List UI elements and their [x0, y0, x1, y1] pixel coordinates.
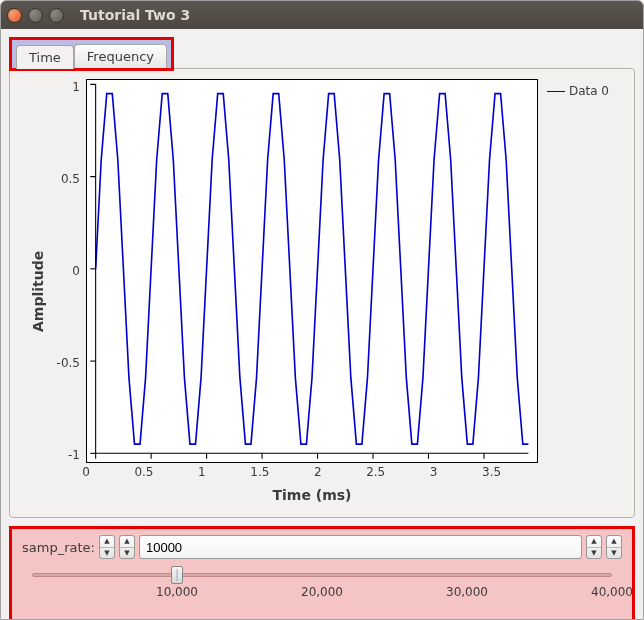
plot-pane: Amplitude 1 0.5 0 -0.5 -1: [9, 68, 635, 518]
slider-tick: 20,000: [301, 585, 343, 599]
chevron-up-icon[interactable]: ▲: [100, 536, 114, 548]
samp-rate-fine-stepper[interactable]: ▲ ▼: [119, 535, 135, 559]
x-tick: 1: [198, 465, 206, 479]
chevron-down-icon[interactable]: ▼: [100, 548, 114, 559]
y-tick: 1: [72, 80, 80, 94]
slider-rail: [32, 573, 612, 577]
y-axis: 1 0.5 0 -0.5 -1: [50, 79, 86, 463]
x-tick: 2: [314, 465, 322, 479]
samp-rate-label: samp_rate:: [22, 540, 95, 555]
tabs: Time Frequency: [16, 44, 167, 68]
samp-rate-coarse-stepper[interactable]: ▲ ▼: [99, 535, 115, 559]
chevron-up-icon[interactable]: ▲: [120, 536, 134, 548]
x-tick: 3: [430, 465, 438, 479]
maximize-icon[interactable]: [49, 8, 64, 23]
x-tick: 0.5: [134, 465, 153, 479]
chevron-up-icon[interactable]: ▲: [587, 536, 601, 548]
window-title: Tutorial Two 3: [80, 7, 190, 23]
y-tick: -1: [68, 448, 80, 462]
x-axis-label: Time (ms): [86, 487, 538, 503]
x-axis: 0 0.5 1 1.5 2 2.5 3 3.5: [86, 463, 538, 485]
app-window: Tutorial Two 3 Time Frequency Amplitude …: [0, 0, 644, 620]
y-tick: 0.5: [61, 172, 80, 186]
minimize-icon[interactable]: [28, 8, 43, 23]
chevron-down-icon[interactable]: ▼: [120, 548, 134, 559]
client-area: Time Frequency Amplitude 1 0.5 0 -0.5 -1: [1, 29, 643, 619]
close-icon[interactable]: [7, 8, 22, 23]
titlebar[interactable]: Tutorial Two 3: [1, 1, 643, 29]
samp-rate-slider[interactable]: [32, 573, 612, 577]
samp-rate-input[interactable]: [139, 535, 582, 559]
tabs-highlight: Time Frequency: [9, 37, 174, 71]
tab-frequency[interactable]: Frequency: [74, 44, 167, 68]
x-tick: 1.5: [250, 465, 269, 479]
x-tick: 0: [82, 465, 90, 479]
legend-line-icon: [547, 91, 565, 92]
y-tick: -0.5: [57, 356, 80, 370]
chevron-down-icon[interactable]: ▼: [587, 548, 601, 559]
samp-rate-coarse-stepper-right[interactable]: ▲ ▼: [606, 535, 622, 559]
samp-rate-fine-stepper-right[interactable]: ▲ ▼: [586, 535, 602, 559]
samp-rate-panel: samp_rate: ▲ ▼ ▲ ▼ ▲ ▼ ▲ ▼: [9, 526, 635, 620]
y-tick: 0: [72, 264, 80, 278]
chevron-down-icon[interactable]: ▼: [607, 548, 621, 559]
slider-tick: 40,000: [591, 585, 633, 599]
waveform-svg: [87, 80, 537, 462]
legend: Data 0: [547, 84, 609, 98]
y-axis-label: Amplitude: [26, 79, 50, 503]
slider-thumb[interactable]: [171, 566, 183, 584]
x-tick: 2.5: [366, 465, 385, 479]
slider-tick: 10,000: [156, 585, 198, 599]
slider-tick: 30,000: [446, 585, 488, 599]
legend-label: Data 0: [569, 84, 609, 98]
plot-area[interactable]: Data 0: [86, 79, 538, 463]
slider-ticks: 10,000 20,000 30,000 40,000: [32, 585, 612, 605]
chevron-up-icon[interactable]: ▲: [607, 536, 621, 548]
tab-time[interactable]: Time: [16, 45, 74, 69]
x-tick: 3.5: [482, 465, 501, 479]
legend-gutter: [538, 79, 618, 503]
